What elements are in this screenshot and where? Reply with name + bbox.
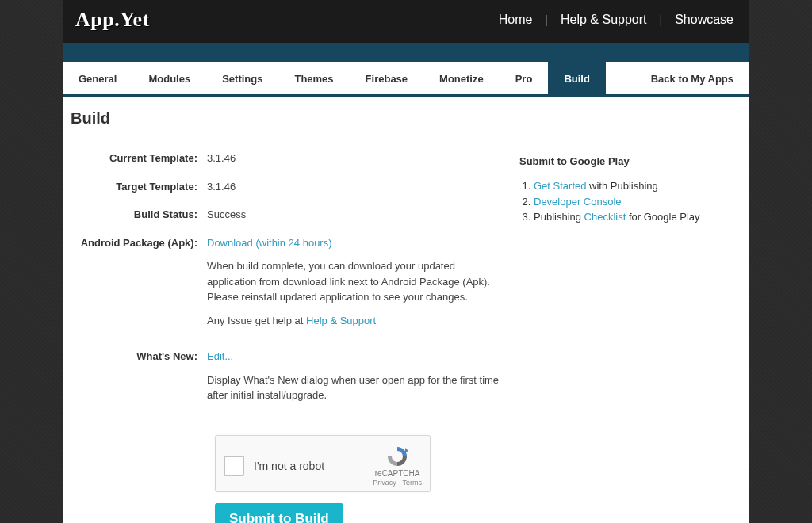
value-current-template: 3.1.46: [207, 151, 504, 166]
publish-step-1: Get Started with Publishing: [534, 178, 737, 194]
publish-step-2: Developer Console: [534, 194, 737, 210]
divider: [71, 136, 741, 136]
row-whats-new: What's New: Edit... Display What's New d…: [75, 349, 504, 411]
nav-showcase[interactable]: Showcase: [662, 13, 746, 27]
checklist-link[interactable]: Checklist: [584, 211, 626, 223]
row-android-package: Android Package (Apk): Download (within …: [75, 235, 504, 337]
row-build-status: Build Status: Success: [75, 207, 504, 223]
issue-help-text: Any Issue get help at Help & Support: [207, 313, 504, 329]
recaptcha-icon: [385, 445, 409, 468]
app-logo: App.Yet: [66, 8, 150, 32]
tab-pro[interactable]: Pro: [500, 62, 549, 94]
label-current-template: Current Template:: [75, 151, 207, 166]
label-android-package: Android Package (Apk):: [75, 235, 207, 337]
submit-to-build-button[interactable]: Submit to Build: [215, 503, 343, 523]
submit-google-play-panel: Submit to Google Play Get Started with P…: [519, 151, 737, 523]
developer-console-link[interactable]: Developer Console: [534, 196, 622, 208]
recaptcha-privacy-terms[interactable]: Privacy - Terms: [373, 479, 422, 487]
tab-themes[interactable]: Themes: [278, 62, 349, 94]
whats-new-description: Display What's New dialog when user open…: [207, 372, 504, 403]
label-whats-new: What's New:: [75, 349, 207, 411]
row-current-template: Current Template: 3.1.46: [75, 151, 504, 166]
svg-marker-0: [405, 448, 408, 452]
header-stripe: [63, 43, 749, 62]
value-build-status: Success: [207, 207, 504, 223]
app-header: App.Yet Home | Help & Support | Showcase: [63, 0, 749, 43]
apk-description: When build complete, you can download yo…: [207, 258, 504, 305]
tab-monetize[interactable]: Monetize: [423, 62, 500, 94]
build-form: Current Template: 3.1.46 Target Template…: [75, 151, 504, 523]
tab-bar: General Modules Settings Themes Firebase…: [63, 62, 749, 97]
tab-general[interactable]: General: [63, 62, 132, 94]
recaptcha-text: I'm not a robot: [254, 460, 324, 472]
tab-firebase[interactable]: Firebase: [350, 62, 423, 94]
page-title: Build: [63, 97, 749, 136]
tab-back-to-my-apps[interactable]: Back to My Apps: [635, 62, 749, 94]
download-apk-link[interactable]: Download (within 24 hours): [207, 237, 332, 249]
recaptcha-brand: reCAPTCHA Privacy - Terms: [373, 445, 422, 487]
row-target-template: Target Template: 3.1.46: [75, 179, 504, 195]
recaptcha-widget: I'm not a robot reCAPTCHA Privacy - Term…: [215, 435, 431, 493]
top-navigation: Home | Help & Support | Showcase: [486, 13, 746, 27]
recaptcha-checkbox[interactable]: [224, 456, 244, 476]
value-target-template: 3.1.46: [207, 179, 504, 195]
help-support-link[interactable]: Help & Support: [306, 315, 376, 326]
get-started-link[interactable]: Get Started: [534, 180, 586, 192]
nav-home[interactable]: Home: [486, 13, 546, 27]
label-target-template: Target Template:: [75, 179, 207, 195]
publish-step-3: Publishing Checklist for Google Play: [534, 209, 737, 225]
label-build-status: Build Status:: [75, 207, 207, 223]
recaptcha-name: reCAPTCHA: [373, 469, 422, 479]
publish-steps-list: Get Started with Publishing Developer Co…: [519, 178, 737, 225]
edit-whats-new-link[interactable]: Edit...: [207, 350, 233, 362]
main-content: General Modules Settings Themes Firebase…: [63, 62, 749, 523]
side-heading: Submit to Google Play: [519, 155, 737, 167]
tab-build[interactable]: Build: [548, 62, 606, 94]
tab-modules[interactable]: Modules: [132, 62, 206, 94]
tab-settings[interactable]: Settings: [206, 62, 278, 94]
nav-help-support[interactable]: Help & Support: [548, 13, 660, 27]
